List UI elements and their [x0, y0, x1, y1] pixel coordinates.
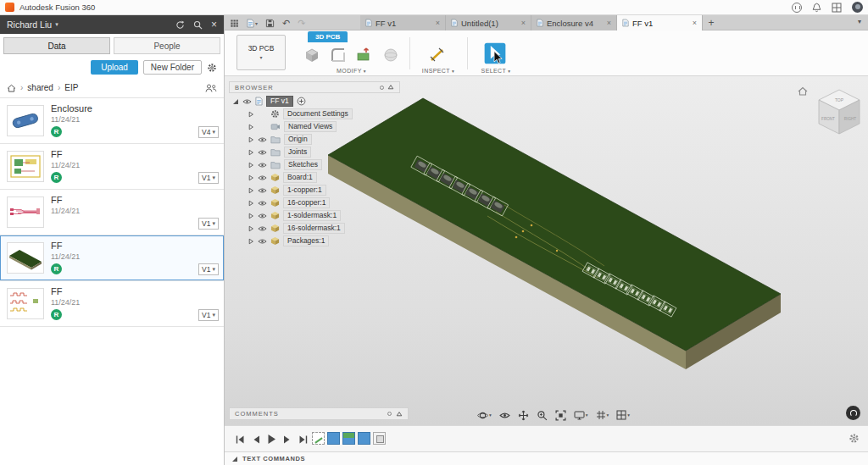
visibility-eye-icon[interactable]: [258, 225, 267, 232]
notifications-bell-icon[interactable]: [812, 3, 821, 13]
data-item-ff-schematic[interactable]: FF 11/24/21 R V1▾: [0, 144, 224, 190]
version-dropdown[interactable]: V1▾: [198, 218, 219, 230]
document-tab-enclosure[interactable]: Enclosure v4 ×: [531, 15, 617, 30]
file-menu-icon[interactable]: ▾: [247, 19, 258, 28]
skip-to-start-icon[interactable]: [235, 435, 245, 445]
step-forward-icon[interactable]: [283, 435, 292, 445]
expand-triangle-icon[interactable]: [232, 98, 239, 105]
document-tab-ff-v1-active[interactable]: FF v1 ×: [617, 15, 703, 30]
version-dropdown[interactable]: V1▾: [198, 263, 219, 275]
close-tab-icon[interactable]: ×: [436, 19, 440, 27]
browser-item-16-soldermask[interactable]: 16-soldermask:1: [229, 222, 400, 235]
viewcube-right-label[interactable]: RIGHT: [844, 117, 856, 121]
viewcube-top-label[interactable]: TOP: [835, 97, 844, 102]
measure-tool-icon[interactable]: [426, 44, 448, 66]
step-back-icon[interactable]: [252, 435, 260, 445]
save-icon[interactable]: [265, 19, 275, 28]
document-tab-ff-v1[interactable]: FF v1 ×: [360, 15, 446, 30]
viewcube-front-label[interactable]: FRONT: [821, 117, 835, 121]
visibility-eye-icon[interactable]: [242, 98, 252, 105]
data-item-ff-schematic2[interactable]: FF 11/24/21 R V1▾: [0, 281, 224, 327]
visibility-eye-icon[interactable]: [258, 174, 267, 181]
browser-item-sketches[interactable]: Sketches: [229, 158, 400, 171]
user-dropdown-caret-icon[interactable]: ▾: [55, 21, 58, 28]
timeline-settings-gear-icon[interactable]: [849, 433, 860, 444]
assistant-bubble[interactable]: [846, 406, 860, 420]
browser-item-named-views[interactable]: Named Views: [229, 120, 400, 133]
visibility-eye-icon[interactable]: [258, 213, 267, 219]
look-at-icon[interactable]: [499, 412, 510, 419]
comments-options-icon[interactable]: [387, 412, 392, 416]
panel-settings-gear-icon[interactable]: [207, 63, 217, 73]
form-tool-icon[interactable]: [380, 44, 402, 66]
collapse-triangle-icon[interactable]: [248, 162, 254, 169]
select-group-dropdown[interactable]: SELECT▾: [472, 68, 520, 74]
grid-snaps-icon[interactable]: ▾: [596, 410, 609, 420]
browser-root-label[interactable]: FF v1: [266, 96, 293, 107]
play-icon[interactable]: [267, 434, 276, 445]
browser-item-label[interactable]: 1-soldermask:1: [283, 210, 341, 221]
search-icon[interactable]: [193, 20, 203, 30]
data-item-enclosure[interactable]: Enclosure 11/24/21 R V4▾: [0, 98, 224, 144]
browser-item-joints[interactable]: Joints: [229, 146, 400, 158]
browser-item-1-soldermask[interactable]: 1-soldermask:1: [229, 209, 400, 222]
collapse-triangle-icon[interactable]: [248, 238, 254, 245]
browser-item-packages[interactable]: Packages:1: [229, 235, 400, 247]
collapse-triangle-icon[interactable]: [248, 225, 254, 232]
browser-item-label[interactable]: Origin: [284, 134, 312, 145]
close-tab-icon[interactable]: ×: [693, 19, 697, 27]
version-dropdown[interactable]: V4▾: [198, 126, 219, 138]
comments-panel-header[interactable]: COMMENTS: [229, 407, 409, 420]
browser-item-label[interactable]: Packages:1: [283, 235, 329, 246]
document-tab-untitled[interactable]: Untitled(1) ×: [446, 15, 531, 30]
pan-icon[interactable]: [518, 410, 529, 421]
text-commands-bar[interactable]: TEXT COMMANDS: [225, 451, 868, 465]
browser-item-label[interactable]: Joints: [284, 147, 311, 158]
visibility-eye-icon[interactable]: [258, 149, 267, 156]
visibility-eye-icon[interactable]: [258, 200, 267, 207]
job-status-icon[interactable]: [832, 3, 842, 13]
redo-icon[interactable]: ↷: [298, 19, 305, 28]
data-panel-toggle-icon[interactable]: [230, 19, 239, 28]
home-icon[interactable]: [7, 84, 16, 92]
data-item-ff-3d-selected[interactable]: FF 11/24/21 R V1▾: [0, 235, 224, 281]
browser-item-document-settings[interactable]: Document Settings: [229, 108, 400, 120]
zoom-icon[interactable]: [537, 410, 548, 421]
browser-header[interactable]: BROWSER: [229, 81, 400, 93]
collapse-triangle-icon[interactable]: [248, 124, 254, 130]
browser-item-label[interactable]: 16-soldermask:1: [283, 223, 345, 234]
tab-data[interactable]: Data: [3, 37, 110, 54]
orbit-icon[interactable]: ▾: [477, 410, 492, 421]
press-pull-tool-icon[interactable]: [301, 44, 323, 66]
browser-options-icon[interactable]: [380, 86, 384, 90]
browser-item-origin[interactable]: Origin: [229, 133, 400, 146]
browser-item-16-copper[interactable]: 16-copper:1: [229, 197, 400, 209]
data-item-ff-layout[interactable]: FF 11/24/21 V1▾: [0, 190, 224, 235]
close-tab-icon[interactable]: ×: [521, 19, 526, 27]
collapse-triangle-icon[interactable]: [248, 200, 254, 207]
breadcrumb-current[interactable]: EIP: [64, 83, 78, 92]
fit-icon[interactable]: [555, 410, 566, 421]
timeline-sketch-feature[interactable]: [312, 432, 325, 445]
undo-icon[interactable]: ↶: [282, 19, 290, 28]
browser-item-label[interactable]: Board:1: [283, 172, 317, 183]
close-panel-icon[interactable]: ×: [211, 19, 217, 30]
collapse-triangle-icon[interactable]: [248, 213, 254, 219]
browser-item-board[interactable]: Board:1: [229, 171, 400, 184]
workspace-selector[interactable]: 3D PCB ▾: [236, 35, 286, 70]
collapse-triangle-icon[interactable]: [248, 187, 254, 194]
ribbon-tab-3d-pcb[interactable]: 3D PCB: [308, 31, 348, 42]
timeline-copper-feature[interactable]: [342, 432, 355, 445]
visibility-eye-icon[interactable]: [258, 187, 267, 194]
tab-overflow-chevron-icon[interactable]: ▾: [858, 18, 861, 25]
version-dropdown[interactable]: V1▾: [198, 172, 219, 184]
skip-to-end-icon[interactable]: [298, 435, 309, 445]
members-icon[interactable]: [205, 84, 217, 92]
browser-collapse-icon[interactable]: [387, 84, 394, 91]
timeline-package-feature[interactable]: [373, 432, 386, 445]
new-folder-button[interactable]: New Folder: [143, 60, 202, 75]
view-cube[interactable]: TOP FRONT RIGHT: [798, 88, 860, 135]
breadcrumb-shared[interactable]: shared: [27, 83, 53, 92]
new-document-tab-button[interactable]: +: [703, 15, 720, 30]
browser-item-label[interactable]: 1-copper:1: [283, 185, 326, 196]
